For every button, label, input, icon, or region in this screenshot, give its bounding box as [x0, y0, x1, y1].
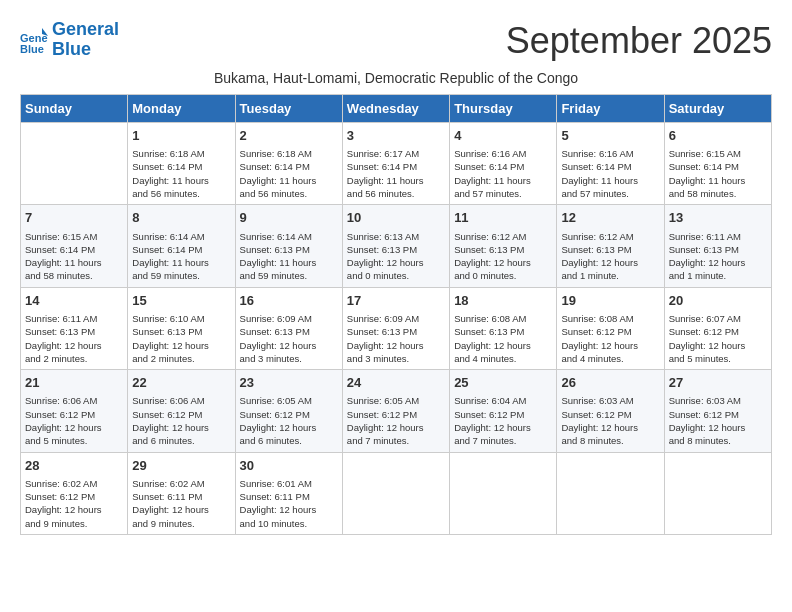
day-header-friday: Friday [557, 95, 664, 123]
day-info: Sunrise: 6:16 AMSunset: 6:14 PMDaylight:… [454, 147, 552, 200]
day-info: Sunrise: 6:13 AMSunset: 6:13 PMDaylight:… [347, 230, 445, 283]
day-info: Sunrise: 6:17 AMSunset: 6:14 PMDaylight:… [347, 147, 445, 200]
calendar-day: 1Sunrise: 6:18 AMSunset: 6:14 PMDaylight… [128, 123, 235, 205]
calendar-week-1: 1Sunrise: 6:18 AMSunset: 6:14 PMDaylight… [21, 123, 772, 205]
day-number: 24 [347, 374, 445, 392]
day-number: 4 [454, 127, 552, 145]
svg-text:Blue: Blue [20, 43, 44, 54]
calendar-day: 19Sunrise: 6:08 AMSunset: 6:12 PMDayligh… [557, 287, 664, 369]
calendar-day: 3Sunrise: 6:17 AMSunset: 6:14 PMDaylight… [342, 123, 449, 205]
calendar-week-3: 14Sunrise: 6:11 AMSunset: 6:13 PMDayligh… [21, 287, 772, 369]
day-number: 27 [669, 374, 767, 392]
day-number: 14 [25, 292, 123, 310]
day-info: Sunrise: 6:08 AMSunset: 6:12 PMDaylight:… [561, 312, 659, 365]
calendar-day: 30Sunrise: 6:01 AMSunset: 6:11 PMDayligh… [235, 452, 342, 534]
calendar-day: 22Sunrise: 6:06 AMSunset: 6:12 PMDayligh… [128, 370, 235, 452]
day-number: 21 [25, 374, 123, 392]
day-info: Sunrise: 6:09 AMSunset: 6:13 PMDaylight:… [347, 312, 445, 365]
day-info: Sunrise: 6:12 AMSunset: 6:13 PMDaylight:… [454, 230, 552, 283]
day-header-monday: Monday [128, 95, 235, 123]
calendar-day: 26Sunrise: 6:03 AMSunset: 6:12 PMDayligh… [557, 370, 664, 452]
day-number: 25 [454, 374, 552, 392]
calendar-day: 15Sunrise: 6:10 AMSunset: 6:13 PMDayligh… [128, 287, 235, 369]
calendar-day: 9Sunrise: 6:14 AMSunset: 6:13 PMDaylight… [235, 205, 342, 287]
day-number: 15 [132, 292, 230, 310]
day-info: Sunrise: 6:02 AMSunset: 6:11 PMDaylight:… [132, 477, 230, 530]
day-number: 6 [669, 127, 767, 145]
day-info: Sunrise: 6:15 AMSunset: 6:14 PMDaylight:… [25, 230, 123, 283]
day-info: Sunrise: 6:10 AMSunset: 6:13 PMDaylight:… [132, 312, 230, 365]
calendar-day: 6Sunrise: 6:15 AMSunset: 6:14 PMDaylight… [664, 123, 771, 205]
calendar-day [450, 452, 557, 534]
calendar-day: 21Sunrise: 6:06 AMSunset: 6:12 PMDayligh… [21, 370, 128, 452]
day-info: Sunrise: 6:05 AMSunset: 6:12 PMDaylight:… [240, 394, 338, 447]
calendar-day [557, 452, 664, 534]
day-number: 2 [240, 127, 338, 145]
day-number: 13 [669, 209, 767, 227]
day-number: 19 [561, 292, 659, 310]
day-info: Sunrise: 6:04 AMSunset: 6:12 PMDaylight:… [454, 394, 552, 447]
day-info: Sunrise: 6:14 AMSunset: 6:14 PMDaylight:… [132, 230, 230, 283]
day-number: 22 [132, 374, 230, 392]
title-area: September 2025 [506, 20, 772, 62]
calendar-day: 5Sunrise: 6:16 AMSunset: 6:14 PMDaylight… [557, 123, 664, 205]
calendar-day: 8Sunrise: 6:14 AMSunset: 6:14 PMDaylight… [128, 205, 235, 287]
calendar-day: 27Sunrise: 6:03 AMSunset: 6:12 PMDayligh… [664, 370, 771, 452]
logo-line2: Blue [52, 39, 91, 59]
day-info: Sunrise: 6:05 AMSunset: 6:12 PMDaylight:… [347, 394, 445, 447]
day-info: Sunrise: 6:11 AMSunset: 6:13 PMDaylight:… [669, 230, 767, 283]
logo-icon: General Blue [20, 26, 48, 54]
day-info: Sunrise: 6:11 AMSunset: 6:13 PMDaylight:… [25, 312, 123, 365]
calendar-day: 18Sunrise: 6:08 AMSunset: 6:13 PMDayligh… [450, 287, 557, 369]
day-info: Sunrise: 6:16 AMSunset: 6:14 PMDaylight:… [561, 147, 659, 200]
calendar-day: 25Sunrise: 6:04 AMSunset: 6:12 PMDayligh… [450, 370, 557, 452]
calendar-day: 17Sunrise: 6:09 AMSunset: 6:13 PMDayligh… [342, 287, 449, 369]
day-info: Sunrise: 6:15 AMSunset: 6:14 PMDaylight:… [669, 147, 767, 200]
calendar-header-row: SundayMondayTuesdayWednesdayThursdayFrid… [21, 95, 772, 123]
day-header-saturday: Saturday [664, 95, 771, 123]
day-number: 23 [240, 374, 338, 392]
logo-line1: General [52, 19, 119, 39]
day-header-sunday: Sunday [21, 95, 128, 123]
day-number: 8 [132, 209, 230, 227]
calendar-week-4: 21Sunrise: 6:06 AMSunset: 6:12 PMDayligh… [21, 370, 772, 452]
day-number: 9 [240, 209, 338, 227]
calendar-day: 2Sunrise: 6:18 AMSunset: 6:14 PMDaylight… [235, 123, 342, 205]
calendar-day: 23Sunrise: 6:05 AMSunset: 6:12 PMDayligh… [235, 370, 342, 452]
day-info: Sunrise: 6:02 AMSunset: 6:12 PMDaylight:… [25, 477, 123, 530]
month-title: September 2025 [506, 20, 772, 62]
calendar-day [21, 123, 128, 205]
day-header-wednesday: Wednesday [342, 95, 449, 123]
logo-text: General Blue [52, 20, 119, 60]
calendar-day: 7Sunrise: 6:15 AMSunset: 6:14 PMDaylight… [21, 205, 128, 287]
day-info: Sunrise: 6:07 AMSunset: 6:12 PMDaylight:… [669, 312, 767, 365]
day-number: 7 [25, 209, 123, 227]
day-info: Sunrise: 6:01 AMSunset: 6:11 PMDaylight:… [240, 477, 338, 530]
day-number: 11 [454, 209, 552, 227]
day-info: Sunrise: 6:06 AMSunset: 6:12 PMDaylight:… [25, 394, 123, 447]
calendar-day: 24Sunrise: 6:05 AMSunset: 6:12 PMDayligh… [342, 370, 449, 452]
day-number: 1 [132, 127, 230, 145]
day-info: Sunrise: 6:03 AMSunset: 6:12 PMDaylight:… [669, 394, 767, 447]
day-info: Sunrise: 6:09 AMSunset: 6:13 PMDaylight:… [240, 312, 338, 365]
calendar-day: 13Sunrise: 6:11 AMSunset: 6:13 PMDayligh… [664, 205, 771, 287]
day-number: 18 [454, 292, 552, 310]
day-number: 10 [347, 209, 445, 227]
day-number: 3 [347, 127, 445, 145]
day-number: 20 [669, 292, 767, 310]
calendar-day: 20Sunrise: 6:07 AMSunset: 6:12 PMDayligh… [664, 287, 771, 369]
day-header-thursday: Thursday [450, 95, 557, 123]
day-header-tuesday: Tuesday [235, 95, 342, 123]
calendar-day: 14Sunrise: 6:11 AMSunset: 6:13 PMDayligh… [21, 287, 128, 369]
calendar-day: 4Sunrise: 6:16 AMSunset: 6:14 PMDaylight… [450, 123, 557, 205]
day-number: 16 [240, 292, 338, 310]
day-info: Sunrise: 6:08 AMSunset: 6:13 PMDaylight:… [454, 312, 552, 365]
logo: General Blue General Blue [20, 20, 119, 60]
day-number: 26 [561, 374, 659, 392]
day-info: Sunrise: 6:03 AMSunset: 6:12 PMDaylight:… [561, 394, 659, 447]
day-number: 5 [561, 127, 659, 145]
calendar-day: 10Sunrise: 6:13 AMSunset: 6:13 PMDayligh… [342, 205, 449, 287]
day-number: 17 [347, 292, 445, 310]
calendar-day: 12Sunrise: 6:12 AMSunset: 6:13 PMDayligh… [557, 205, 664, 287]
subtitle: Bukama, Haut-Lomami, Democratic Republic… [20, 70, 772, 86]
